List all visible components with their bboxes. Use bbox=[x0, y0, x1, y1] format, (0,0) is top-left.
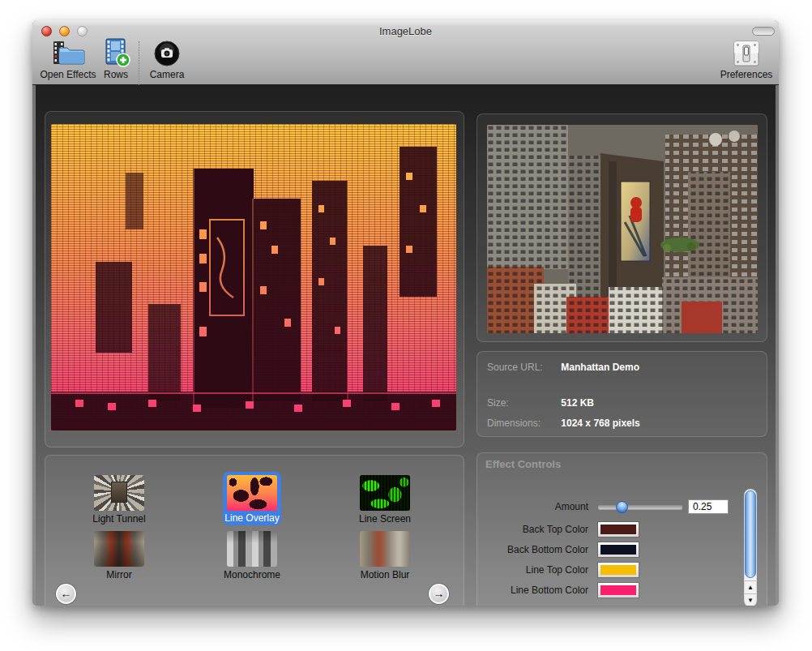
info-row-dimensions: Dimensions: 1024 x 768 pixels bbox=[487, 418, 640, 429]
arrow-left-icon: ← bbox=[61, 587, 72, 600]
amount-slider-thumb[interactable] bbox=[616, 501, 628, 513]
effects-browser-panel: Light Tunnel Line Overlay Line Screen Mi… bbox=[45, 455, 464, 606]
back-top-color-well[interactable] bbox=[598, 522, 639, 537]
film-add-icon bbox=[97, 38, 135, 67]
arrow-down-icon: ▼ bbox=[747, 597, 754, 604]
light-switch-icon bbox=[717, 38, 776, 67]
image-info-panel: Source URL: Manhattan Demo Size: 512 KB … bbox=[477, 351, 767, 437]
line-bottom-color-well[interactable] bbox=[598, 583, 639, 597]
effect-label: Motion Blur bbox=[328, 569, 442, 580]
next-page-button[interactable]: → bbox=[429, 584, 449, 604]
selection-highlight[interactable]: Line Overlay bbox=[223, 472, 281, 525]
info-row-source: Source URL: Manhattan Demo bbox=[487, 362, 639, 373]
open-effects-button[interactable]: Open Effects bbox=[39, 38, 97, 80]
effect-label: Monochrome bbox=[195, 569, 309, 580]
effects-folder-icon bbox=[39, 38, 97, 67]
rows-button[interactable]: Rows bbox=[97, 38, 135, 80]
back-top-color-label: Back Top Color bbox=[483, 524, 588, 535]
window-edge-right bbox=[776, 85, 779, 606]
scroll-up-button[interactable]: ▲ bbox=[745, 580, 756, 593]
source-url-value: Manhattan Demo bbox=[561, 362, 639, 373]
camera-button[interactable]: Camera bbox=[146, 38, 188, 80]
motion-blur-thumbnail[interactable] bbox=[360, 531, 410, 567]
source-image-thumbnail bbox=[487, 125, 758, 333]
monochrome-thumbnail[interactable] bbox=[227, 531, 277, 567]
effect-item-mirror[interactable]: Mirror bbox=[62, 531, 176, 580]
dimensions-value: 1024 x 768 pixels bbox=[561, 418, 639, 429]
camera-icon bbox=[146, 38, 188, 67]
window-title: ImageLobe bbox=[32, 25, 779, 37]
back-bottom-color-well[interactable] bbox=[598, 542, 639, 557]
minimize-button[interactable] bbox=[59, 26, 70, 36]
scroll-down-button[interactable]: ▼ bbox=[745, 593, 756, 606]
preferences-button[interactable]: Preferences bbox=[717, 38, 776, 80]
toolbar-separator bbox=[139, 41, 139, 87]
line-top-color-well[interactable] bbox=[598, 563, 639, 577]
effect-controls-title: Effect Controls bbox=[485, 458, 561, 470]
scrollbar-thumb[interactable] bbox=[745, 490, 756, 578]
controls-scrollbar[interactable]: ▲ ▼ bbox=[744, 489, 757, 606]
preferences-label: Preferences bbox=[717, 69, 776, 80]
toolbar: ImageLobe Open Effects bbox=[32, 20, 779, 85]
size-value: 512 KB bbox=[561, 397, 594, 409]
mirror-thumbnail[interactable] bbox=[94, 531, 144, 567]
effect-label: Mirror bbox=[62, 569, 176, 580]
amount-slider[interactable] bbox=[598, 505, 682, 509]
line-screen-thumbnail[interactable] bbox=[360, 475, 410, 511]
source-url-label: Source URL: bbox=[487, 362, 558, 373]
effect-label: Line Screen bbox=[328, 513, 442, 525]
window-edge-left bbox=[32, 85, 36, 606]
close-button[interactable] bbox=[41, 26, 52, 36]
rows-label: Rows bbox=[97, 69, 135, 80]
effect-item-light-tunnel[interactable]: Light Tunnel bbox=[62, 475, 176, 525]
preview-panel bbox=[45, 111, 464, 448]
effect-item-line-overlay[interactable]: Line Overlay bbox=[195, 475, 309, 525]
source-image-panel bbox=[477, 113, 767, 342]
open-effects-label: Open Effects bbox=[39, 69, 97, 80]
previous-page-button[interactable]: ← bbox=[56, 584, 76, 604]
app-window: ImageLobe Open Effects bbox=[32, 20, 779, 606]
effect-controls-panel: Effect Controls Amount Back Top Color Ba… bbox=[477, 452, 767, 606]
amount-input[interactable] bbox=[688, 499, 729, 514]
line-overlay-thumbnail[interactable] bbox=[227, 475, 277, 511]
effect-label: Light Tunnel bbox=[62, 513, 176, 525]
camera-label: Camera bbox=[146, 69, 188, 80]
zoom-button[interactable] bbox=[77, 26, 88, 36]
effect-label: Line Overlay bbox=[223, 512, 281, 524]
effect-item-line-screen[interactable]: Line Screen bbox=[328, 475, 442, 525]
arrow-up-icon: ▲ bbox=[747, 584, 754, 591]
processed-image-preview bbox=[51, 124, 456, 430]
line-bottom-color-label: Line Bottom Color bbox=[483, 585, 588, 596]
dimensions-label: Dimensions: bbox=[487, 418, 558, 429]
toolbar-toggle-pill[interactable] bbox=[752, 27, 775, 36]
amount-label: Amount bbox=[483, 501, 588, 512]
effect-item-motion-blur[interactable]: Motion Blur bbox=[328, 531, 442, 580]
light-tunnel-thumbnail[interactable] bbox=[94, 475, 144, 511]
back-bottom-color-label: Back Bottom Color bbox=[483, 544, 588, 555]
effect-item-monochrome[interactable]: Monochrome bbox=[195, 531, 309, 580]
window-content: Source URL: Manhattan Demo Size: 512 KB … bbox=[32, 85, 779, 606]
size-label: Size: bbox=[487, 397, 558, 409]
line-top-color-label: Line Top Color bbox=[483, 564, 588, 576]
info-row-size: Size: 512 KB bbox=[487, 397, 594, 409]
arrow-right-icon: → bbox=[434, 587, 445, 600]
